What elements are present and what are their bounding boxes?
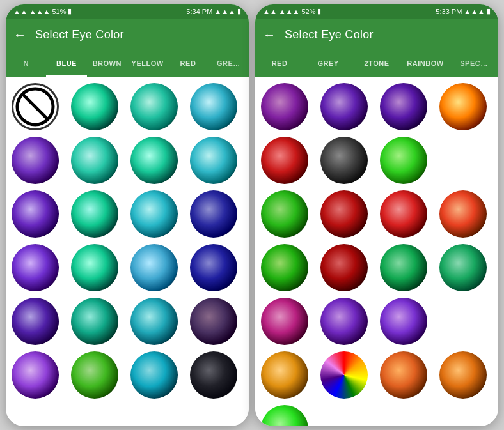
eye-black-slit2[interactable] bbox=[188, 349, 239, 401]
r-eye-green-teal2[interactable] bbox=[437, 242, 489, 293]
right-signal-icon: ▲▲▲ bbox=[214, 8, 235, 15]
right-status-bar: ▲▲ ▲▲▲ 52% ▮ 5:33 PM ▲▲▲ ▮ bbox=[255, 4, 498, 19]
signal-icon: ▲▲▲ bbox=[29, 8, 51, 15]
right-battery-icon: ▮ bbox=[237, 7, 241, 15]
eye-navy-1[interactable] bbox=[188, 188, 239, 240]
eye-navy-2[interactable] bbox=[188, 242, 239, 293]
right-status-left: ▲▲ ▲▲▲ 52% ▮ bbox=[263, 7, 321, 15]
ban-icon bbox=[15, 86, 56, 127]
tab-n[interactable]: N bbox=[6, 52, 46, 77]
left-toolbar: ← Select Eye Color bbox=[6, 19, 249, 52]
eye-blue-2[interactable] bbox=[129, 81, 180, 132]
right-phone: ▲▲ ▲▲▲ 52% ▮ 5:33 PM ▲▲▲ ▮ ← Select Eye … bbox=[255, 4, 498, 426]
eye-black-slit[interactable] bbox=[188, 296, 239, 347]
r-eye-orange-gold[interactable] bbox=[259, 349, 310, 401]
eye-none[interactable] bbox=[10, 81, 61, 132]
r-wifi-icon: ▲▲ bbox=[263, 8, 277, 15]
eye-teal-slit[interactable] bbox=[129, 349, 180, 401]
eye-lavender[interactable] bbox=[10, 349, 61, 401]
eye-teal-7[interactable] bbox=[129, 188, 180, 240]
tab-brown[interactable]: BROWN bbox=[87, 52, 127, 77]
r-battery-percent: 52% bbox=[301, 8, 315, 15]
tab-yellow[interactable]: YELLOW bbox=[127, 52, 168, 77]
r-eye-green-bright2[interactable] bbox=[259, 403, 310, 426]
r-time: 5:33 PM bbox=[436, 8, 462, 15]
eye-teal-1[interactable] bbox=[69, 81, 120, 132]
right-status-right: 5:33 PM ▲▲▲ ▮ bbox=[436, 7, 491, 15]
r-eye-red-purple[interactable] bbox=[259, 81, 310, 132]
r-eye-empty2 bbox=[437, 296, 489, 347]
right-back-button[interactable]: ← bbox=[263, 27, 276, 42]
eye-green-slit[interactable] bbox=[69, 349, 120, 401]
eye-teal-4[interactable] bbox=[129, 135, 180, 186]
r-eye-rainbow[interactable] bbox=[319, 349, 370, 401]
r-eye-purple-dark3[interactable] bbox=[378, 81, 429, 132]
r-eye-green-slit3[interactable] bbox=[259, 242, 310, 293]
r-eye-empty bbox=[437, 135, 489, 186]
r-eye-orange2[interactable] bbox=[437, 349, 489, 401]
r-eye-green-teal[interactable] bbox=[378, 242, 429, 293]
left-status-left: ▲▲ ▲▲▲ 51% ▮ bbox=[13, 7, 72, 15]
r-signal-icon: ▲▲▲ bbox=[279, 8, 300, 15]
battery-icon: ▮ bbox=[68, 7, 72, 15]
left-toolbar-title: Select Eye Color bbox=[35, 28, 124, 42]
r-eye-orange-fire[interactable] bbox=[437, 81, 489, 132]
eye-purple-2[interactable] bbox=[10, 188, 61, 240]
r-battery-icon: ▮ bbox=[317, 7, 321, 15]
eye-teal-8[interactable] bbox=[69, 242, 120, 293]
r-eye-red-dark[interactable] bbox=[319, 188, 370, 240]
tab-grey-r[interactable]: GREY bbox=[304, 52, 352, 77]
right-toolbar: ← Select Eye Color bbox=[255, 19, 498, 52]
phones-container: ▲▲ ▲▲▲ 51% ▮ 5:34 PM ▲▲▲ ▮ ← Select Eye … bbox=[6, 4, 498, 426]
eye-purple-3[interactable] bbox=[10, 242, 61, 293]
r-battery2-icon: ▮ bbox=[487, 7, 491, 15]
tab-2tone[interactable]: 2TONE bbox=[352, 52, 401, 77]
right-content bbox=[255, 77, 498, 426]
right-toolbar-title: Select Eye Color bbox=[285, 28, 374, 42]
r-eye-black-slit3[interactable] bbox=[319, 135, 370, 186]
eye-purple-dark[interactable] bbox=[10, 296, 61, 347]
battery-percent: 51% bbox=[52, 8, 66, 15]
eye-teal-dark[interactable] bbox=[69, 296, 120, 347]
eye-purple-1[interactable] bbox=[10, 135, 61, 186]
eye-teal-5[interactable] bbox=[188, 135, 239, 186]
right-tabs-bar: RED GREY 2TONE RAINBOW SPEC… bbox=[255, 52, 498, 77]
eye-teal-3[interactable] bbox=[69, 135, 120, 186]
tab-spec[interactable]: SPEC… bbox=[450, 52, 498, 77]
tab-grey[interactable]: GRE… bbox=[209, 52, 249, 77]
left-tabs-bar: N BLUE BROWN YELLOW RED GRE… bbox=[6, 52, 249, 77]
r-eye-red-dark2[interactable] bbox=[319, 242, 370, 293]
r-eye-red-slit[interactable] bbox=[259, 135, 310, 186]
left-phone: ▲▲ ▲▲▲ 51% ▮ 5:34 PM ▲▲▲ ▮ ← Select Eye … bbox=[6, 4, 249, 426]
left-back-button[interactable]: ← bbox=[13, 27, 26, 42]
r-eye-purple-med[interactable] bbox=[319, 296, 370, 347]
eye-teal-dark2[interactable] bbox=[129, 296, 180, 347]
right-eye-grid bbox=[259, 81, 494, 426]
left-status-right: 5:34 PM ▲▲▲ ▮ bbox=[186, 7, 241, 15]
r-eye-red-orange2[interactable] bbox=[378, 349, 429, 401]
wifi-icon: ▲▲ bbox=[13, 8, 28, 15]
tab-red-r[interactable]: RED bbox=[255, 52, 304, 77]
r-eye-green-bright[interactable] bbox=[378, 135, 429, 186]
r-eye-purple-bright[interactable] bbox=[378, 296, 429, 347]
left-status-bar: ▲▲ ▲▲▲ 51% ▮ 5:34 PM ▲▲▲ ▮ bbox=[6, 4, 249, 19]
svg-line-1 bbox=[22, 94, 48, 119]
eye-teal-6[interactable] bbox=[69, 188, 120, 240]
left-content bbox=[6, 77, 249, 426]
r-eye-purple-pink[interactable] bbox=[259, 296, 310, 347]
tab-rainbow[interactable]: RAINBOW bbox=[401, 52, 450, 77]
r-eye-red-bright[interactable] bbox=[378, 188, 429, 240]
eye-blue-3[interactable] bbox=[129, 242, 180, 293]
no-color-icon bbox=[12, 83, 59, 130]
eye-teal-2[interactable] bbox=[188, 81, 239, 132]
left-eye-grid bbox=[10, 81, 245, 401]
r-eye-red-orange[interactable] bbox=[437, 188, 489, 240]
tab-red[interactable]: RED bbox=[168, 52, 208, 77]
r-eye-green-slit2[interactable] bbox=[259, 188, 310, 240]
r-eye-purple-dark2[interactable] bbox=[319, 81, 370, 132]
tab-blue[interactable]: BLUE bbox=[46, 52, 86, 77]
left-time: 5:34 PM bbox=[186, 8, 212, 15]
r-signal2-icon: ▲▲▲ bbox=[464, 8, 485, 15]
